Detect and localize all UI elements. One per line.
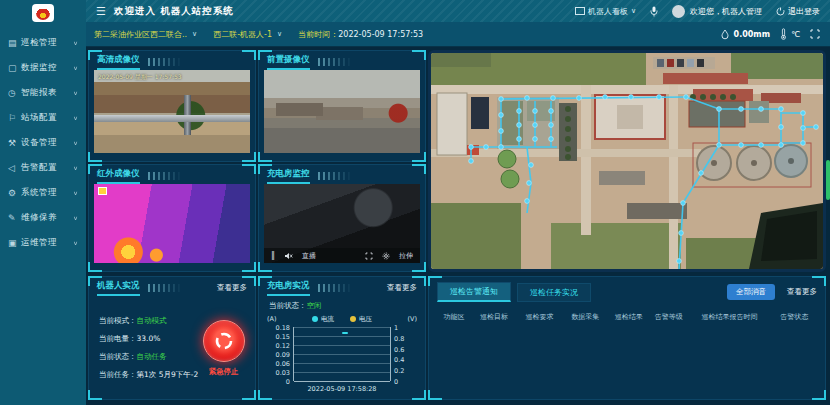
charge-room-video[interactable]: ‖ 直播 拉伸 <box>264 184 420 263</box>
pause-button[interactable]: ‖ <box>271 251 275 260</box>
chevron-down-icon: ∨ <box>73 114 78 120</box>
petro-flower-icon <box>36 6 50 20</box>
panel-title: 机器人实况 <box>97 280 140 296</box>
fullscreen-button[interactable] <box>810 29 820 39</box>
temperature-indicator: ℃ <box>780 28 800 40</box>
panel-front-camera: 前置摄像仪 <box>258 50 426 162</box>
top-header-bar: ☰ 欢迎进入 机器人站控系统 机器人看板∨ 欢迎您，机器人管理 退出登录 <box>86 0 830 22</box>
mute-all-button[interactable]: 全部消音 <box>727 284 775 300</box>
ir-camera-video[interactable] <box>94 184 250 263</box>
wrench-icon: ✎ <box>8 213 21 223</box>
table-empty-body <box>429 322 825 374</box>
right-axis-unit: (V) <box>387 315 417 323</box>
view-more-link[interactable]: 查看更多 <box>787 287 817 297</box>
sidebar-item-data-monitor[interactable]: ▢数据监控∨ <box>0 55 86 80</box>
stripes-decoration-icon <box>148 284 182 292</box>
legend-voltage[interactable]: 电压 <box>350 315 372 324</box>
muted-speaker-icon <box>284 252 293 260</box>
company-logo <box>32 4 54 22</box>
chevron-down-icon: ∨ <box>73 89 78 95</box>
robot-state-row: 当前状态：自动任务 <box>99 352 198 362</box>
current-data-point <box>342 332 348 334</box>
tab-alarm-notice[interactable]: 巡检告警通知 <box>437 282 511 302</box>
board-select-dropdown[interactable]: 机器人看板∨ <box>575 6 636 17</box>
chevron-down-icon: ∨ <box>192 30 197 38</box>
video-control-bar: ‖ 直播 拉伸 <box>264 248 420 263</box>
clock-icon: ◷ <box>8 88 21 98</box>
panel-title: 充电房监控 <box>267 168 310 184</box>
microphone-icon[interactable] <box>650 6 658 17</box>
panel-title: 红外成像仪 <box>97 168 140 184</box>
robot-select-dropdown[interactable]: 西二联-机器人-1∨ <box>213 29 282 40</box>
clipboard-icon: ▤ <box>8 38 21 48</box>
monitor-icon: ▢ <box>8 63 21 73</box>
robot-station-control-app: ▤巡检管理∨ ▢数据监控∨ ◷智能报表∨ ⚐站场配置∨ ⚒设备管理∨ ◁告警配置… <box>0 0 830 405</box>
chevron-down-icon: ∨ <box>631 7 636 15</box>
scrollbar-thumb[interactable] <box>826 160 830 200</box>
sidebar-item-station-config[interactable]: ⚐站场配置∨ <box>0 105 86 130</box>
rain-icon <box>720 29 730 40</box>
sidebar-item-operation-mgmt[interactable]: ▣运维管理∨ <box>0 230 86 255</box>
logout-button[interactable]: 退出登录 <box>776 6 820 17</box>
robot-task-row: 当前任务：第1次 5月9下午-2 <box>99 370 198 380</box>
stripes-decoration-icon <box>318 58 352 66</box>
sidebar-item-maintenance[interactable]: ✎维修保养∨ <box>0 205 86 230</box>
tools-icon: ⚒ <box>8 138 21 148</box>
rain-gauge: 0.00mm <box>720 29 770 40</box>
sidebar-item-system-mgmt[interactable]: ⚙系统管理∨ <box>0 180 86 205</box>
yellow-dot-icon <box>350 316 356 322</box>
panel-title: 前置摄像仪 <box>267 54 310 70</box>
board-icon <box>575 7 585 15</box>
fullscreen-icon <box>810 29 820 39</box>
sidebar-item-inspection-mgmt[interactable]: ▤巡检管理∨ <box>0 30 86 55</box>
emergency-stop-button[interactable] <box>203 320 245 362</box>
panel-robot-status: 机器人实况 查看更多 当前模式：自动模式 当前电量：33.0% 当前状态：自动任… <box>88 276 256 400</box>
power-icon <box>776 7 785 16</box>
filter-toolbar: 第二采油作业区西二联合..∨ 西二联-机器人-1∨ 当前时间：2022-05-0… <box>86 22 830 47</box>
legend-current[interactable]: 电流 <box>312 315 334 324</box>
chevron-down-icon: ∨ <box>73 189 78 195</box>
chart-plot-area: 0.18 0.15 0.12 0.09 0.06 0.03 0 1 0.8 0.… <box>293 327 391 381</box>
sidebar: ▤巡检管理∨ ▢数据监控∨ ◷智能报表∨ ⚐站场配置∨ ⚒设备管理∨ ◁告警配置… <box>0 0 86 405</box>
stretch-button[interactable]: 拉伸 <box>399 251 413 261</box>
x-axis-tick: 2022-05-09 17:58:28 <box>267 385 417 393</box>
chevron-down-icon: ∨ <box>73 139 78 145</box>
sidebar-item-alarm-config[interactable]: ◁告警配置∨ <box>0 155 86 180</box>
mute-button[interactable] <box>284 252 293 260</box>
robot-battery-row: 当前电量：33.0% <box>99 334 198 344</box>
hamburger-menu-icon[interactable]: ☰ <box>96 5 106 18</box>
video-settings-button[interactable] <box>382 252 390 260</box>
station-select-dropdown[interactable]: 第二采油作业区西二联合..∨ <box>94 29 197 40</box>
sidebar-nav: ▤巡检管理∨ ▢数据监控∨ ◷智能报表∨ ⚐站场配置∨ ⚒设备管理∨ ◁告警配置… <box>0 30 86 255</box>
gear-icon <box>382 252 390 260</box>
speaker-icon: ◁ <box>8 163 21 173</box>
panel-alarm-table: 巡检告警通知 巡检任务实况 全部消音 查看更多 功能区 巡检目标 巡检要求 数据… <box>428 276 826 400</box>
stripes-decoration-icon <box>148 58 182 66</box>
panel-hd-camera: 高清成像仪 2022-05-09 星期一 17:57:53 <box>88 50 256 162</box>
chevron-down-icon: ∨ <box>73 239 78 245</box>
stripes-decoration-icon <box>318 284 352 292</box>
chevron-down-icon: ∨ <box>73 39 78 45</box>
welcome-text: 欢迎您，机器人管理 <box>690 6 762 17</box>
sidebar-item-device-mgmt[interactable]: ⚒设备管理∨ <box>0 130 86 155</box>
front-camera-video[interactable] <box>264 70 420 153</box>
gear-icon: ⚙ <box>8 188 21 198</box>
map-satellite-view[interactable] <box>428 50 826 272</box>
flag-icon: ⚐ <box>8 113 21 123</box>
sidebar-item-smart-report[interactable]: ◷智能报表∨ <box>0 80 86 105</box>
live-label: 直播 <box>302 251 316 261</box>
panel-charge-status: 充电房实况 查看更多 当前状态：空闲 (A) 电流 电压 (V) <box>258 276 426 400</box>
user-avatar[interactable] <box>672 5 685 18</box>
box-icon: ▣ <box>8 238 21 248</box>
panel-charge-room-camera: 充电房监控 ‖ 直播 拉伸 <box>258 164 426 272</box>
left-axis-unit: (A) <box>267 315 297 323</box>
fullscreen-icon <box>365 252 373 260</box>
chevron-down-icon: ∨ <box>73 164 78 170</box>
stripes-decoration-icon <box>148 172 182 180</box>
hd-camera-video[interactable]: 2022-05-09 星期一 17:57:53 <box>94 70 250 153</box>
chevron-down-icon: ∨ <box>277 30 282 38</box>
estop-arrows-icon <box>212 329 236 353</box>
tab-task-live[interactable]: 巡检任务实况 <box>517 283 591 302</box>
fullscreen-video-button[interactable] <box>365 252 373 260</box>
charge-status-row: 当前状态：空闲 <box>269 301 322 311</box>
